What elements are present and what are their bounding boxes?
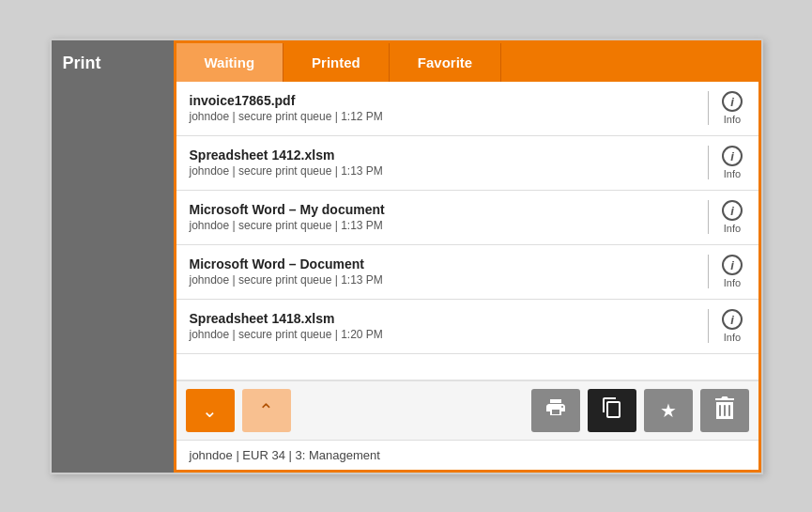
status-text: johndoe | EUR 34 | 3: Management [190, 448, 380, 462]
doc-info: Microsoft Word – My documentjohndoe | se… [190, 202, 698, 232]
info-label: Info [724, 277, 741, 288]
tab-printed[interactable]: Printed [283, 43, 390, 82]
info-icon[interactable]: i [722, 255, 743, 275]
doc-name: Spreadsheet 1412.xlsm [190, 147, 698, 163]
doc-name: Microsoft Word – Document [190, 256, 698, 272]
doc-info: invoice17865.pdfjohndoe | secure print q… [190, 93, 698, 123]
info-label: Info [724, 114, 741, 125]
bottom-toolbar: ⌄ ⌃ ★ [176, 380, 758, 440]
list-item[interactable]: Spreadsheet 1412.xlsmjohndoe | secure pr… [176, 136, 758, 191]
doc-info: Microsoft Word – Documentjohndoe | secur… [190, 256, 698, 287]
chevron-up-icon: ⌃ [258, 399, 274, 422]
list-item[interactable]: Microsoft Word – Documentjohndoe | secur… [176, 245, 758, 300]
list-item[interactable]: invoice17865.pdfjohndoe | secure print q… [176, 82, 758, 136]
scroll-up-button[interactable]: ⌃ [242, 389, 291, 432]
doc-info: Spreadsheet 1412.xlsmjohndoe | secure pr… [190, 147, 698, 178]
doc-name: Microsoft Word – My document [190, 202, 698, 217]
info-label: Info [724, 223, 741, 234]
doc-name: Spreadsheet 1418.xlsm [190, 311, 698, 326]
list-item[interactable]: Microsoft Word – My documentjohndoe | se… [176, 191, 758, 245]
info-icon[interactable]: i [722, 146, 743, 166]
doc-meta: johndoe | secure print queue | 1:13 PM [190, 164, 698, 178]
status-bar: johndoe | EUR 34 | 3: Management [176, 440, 758, 470]
main-panel: Waiting Printed Favorite invoice17865.pd… [174, 40, 761, 473]
sidebar-title: Print [63, 54, 101, 73]
info-button-area[interactable]: iInfo [708, 255, 745, 288]
app-container: Print Waiting Printed Favorite invoice17… [50, 39, 763, 474]
tab-bar: Waiting Printed Favorite [176, 43, 758, 82]
info-icon[interactable]: i [722, 91, 743, 112]
info-button-area[interactable]: iInfo [708, 146, 745, 179]
tab-favorite[interactable]: Favorite [390, 43, 501, 82]
printer-icon [544, 396, 567, 424]
info-button-area[interactable]: iInfo [708, 200, 745, 234]
doc-name: invoice17865.pdf [190, 93, 698, 108]
tab-waiting[interactable]: Waiting [176, 43, 284, 82]
favorite-button[interactable]: ★ [644, 389, 693, 432]
doc-info: Spreadsheet 1418.xlsmjohndoe | secure pr… [190, 311, 698, 341]
info-label: Info [724, 168, 741, 179]
trash-icon [713, 396, 736, 424]
star-icon: ★ [660, 399, 677, 422]
doc-meta: johndoe | secure print queue | 1:13 PM [190, 273, 698, 287]
chevron-down-icon: ⌄ [202, 399, 218, 422]
sidebar: Print [52, 40, 174, 473]
list-item[interactable]: Spreadsheet 1418.xlsmjohndoe | secure pr… [176, 300, 758, 354]
document-list: invoice17865.pdfjohndoe | secure print q… [176, 82, 758, 380]
info-icon[interactable]: i [722, 200, 743, 221]
scroll-down-button[interactable]: ⌄ [186, 389, 235, 432]
doc-meta: johndoe | secure print queue | 1:12 PM [190, 110, 698, 123]
print-copy-button[interactable] [588, 389, 636, 432]
print-copy-icon [601, 396, 623, 424]
delete-button[interactable] [700, 389, 749, 432]
doc-meta: johndoe | secure print queue | 1:20 PM [190, 328, 698, 341]
info-icon[interactable]: i [722, 309, 743, 330]
info-button-area[interactable]: iInfo [708, 91, 745, 125]
print-button[interactable] [531, 389, 580, 432]
doc-meta: johndoe | secure print queue | 1:13 PM [190, 219, 698, 232]
info-button-area[interactable]: iInfo [708, 309, 745, 343]
info-label: Info [724, 332, 741, 343]
